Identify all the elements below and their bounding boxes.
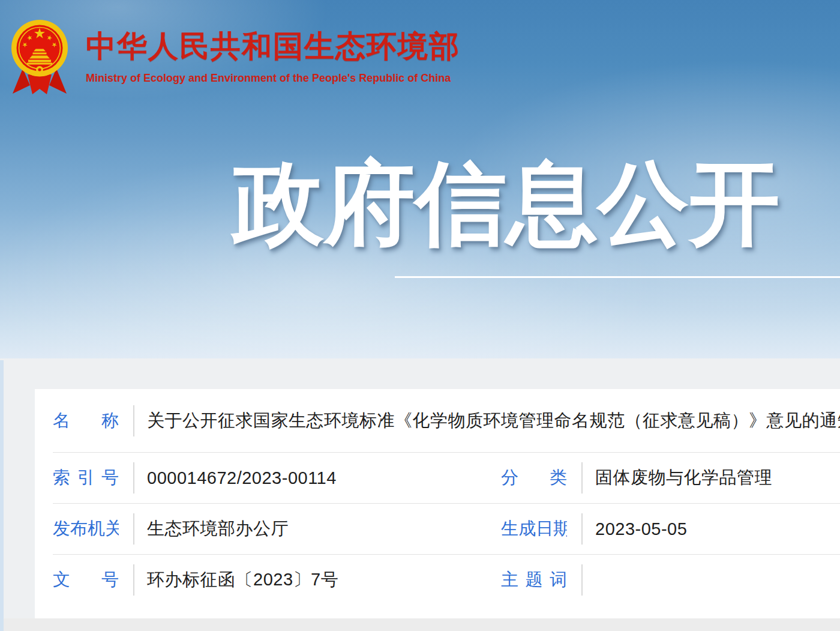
- label-divider: [133, 462, 134, 494]
- meta-cell: 主题词: [501, 555, 840, 605]
- document-meta-card: 名称 关于公开征求国家生态环境标准《化学物质环境管理命名规范（征求意见稿）》意见…: [35, 389, 840, 618]
- page-title: 政府信息公开: [233, 157, 780, 249]
- title-underline: [395, 276, 840, 278]
- field-value-category: 固体废物与化学品管理: [595, 466, 772, 490]
- field-label-issuer: 发布机关: [53, 517, 119, 541]
- page-root: 中华人民共和国生态环境部 Ministry of Ecology and Env…: [0, 0, 840, 631]
- meta-cell: 名称 关于公开征求国家生态环境标准《化学物质环境管理命名规范（征求意见稿）》意见…: [35, 389, 840, 452]
- field-value-date: 2023-05-05: [595, 519, 687, 539]
- label-divider: [133, 405, 134, 436]
- field-value-index-no: 000014672/2023-00114: [147, 468, 337, 488]
- site-title-cn: 中华人民共和国生态环境部: [86, 26, 460, 67]
- hero-banner: 中华人民共和国生态环境部 Ministry of Ecology and Env…: [0, 0, 840, 358]
- label-divider: [133, 513, 134, 545]
- bottom-edge-strip: [4, 618, 840, 631]
- label-divider: [581, 513, 583, 545]
- label-divider: [581, 462, 583, 494]
- meta-cell: 索引号 000014672/2023-00114: [35, 453, 501, 503]
- field-label-date: 生成日期: [501, 517, 567, 541]
- field-value-doc-no: 环办标征函〔2023〕7号: [147, 568, 338, 592]
- site-titles: 中华人民共和国生态环境部 Ministry of Ecology and Env…: [86, 26, 460, 85]
- label-divider: [581, 564, 583, 596]
- field-value-name: 关于公开征求国家生态环境标准《化学物质环境管理命名规范（征求意见稿）》意见的通知: [147, 409, 840, 433]
- site-title-en: Ministry of Ecology and Environment of t…: [86, 72, 460, 85]
- meta-cell: 文号 环办标征函〔2023〕7号: [35, 555, 501, 605]
- meta-cell: 生成日期 2023-05-05: [501, 504, 840, 554]
- field-label-doc-no: 文号: [53, 568, 119, 592]
- field-value-issuer: 生态环境部办公厅: [147, 517, 289, 541]
- meta-cell: 分类 固体废物与化学品管理: [501, 453, 840, 503]
- field-label-index-no: 索引号: [53, 466, 119, 490]
- field-label-subject: 主题词: [501, 568, 567, 592]
- meta-row-name: 名称 关于公开征求国家生态环境标准《化学物质环境管理命名规范（征求意见稿）》意见…: [35, 389, 840, 452]
- content-area: 名称 关于公开征求国家生态环境标准《化学物质环境管理命名规范（征求意见稿）》意见…: [0, 358, 840, 631]
- site-logo-link[interactable]: 中华人民共和国生态环境部 Ministry of Ecology and Env…: [10, 18, 478, 102]
- national-emblem-icon: [10, 18, 70, 97]
- meta-cell: 发布机关 生态环境部办公厅: [35, 504, 501, 554]
- meta-row-issuer: 发布机关 生态环境部办公厅 生成日期 2023-05-05: [35, 504, 840, 554]
- label-divider: [133, 564, 134, 596]
- meta-row-doc-no: 文号 环办标征函〔2023〕7号 主题词: [35, 555, 840, 619]
- field-label-category: 分类: [501, 466, 567, 490]
- left-edge-strip: [0, 360, 4, 631]
- field-label-name: 名称: [53, 409, 119, 433]
- meta-row-index: 索引号 000014672/2023-00114 分类 固体废物与化学品管理: [35, 453, 840, 503]
